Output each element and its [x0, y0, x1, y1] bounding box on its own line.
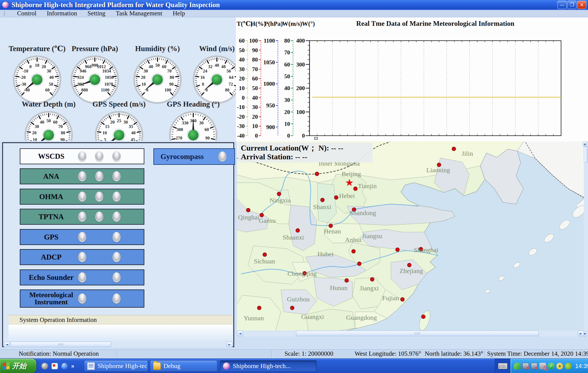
taskbar-button-app[interactable]: Shipborne High-tech... — [220, 360, 317, 372]
graphics-driver-icon[interactable] — [565, 363, 572, 369]
device-row-adcp[interactable]: ADCP — [20, 249, 144, 265]
language-bar[interactable] — [495, 359, 510, 373]
svg-text:-30: -30 — [20, 82, 26, 87]
city-dot-icon — [354, 187, 357, 191]
status-led-icon — [112, 171, 121, 182]
status-led-icon — [112, 252, 121, 262]
quick-launch-icon-2[interactable] — [51, 363, 58, 369]
svg-text:0: 0 — [29, 64, 32, 69]
upload-tray-icon[interactable] — [514, 363, 520, 369]
gauge-dial: -40-30-20-100102030405060 — [11, 54, 63, 106]
svg-text:330: 330 — [182, 121, 189, 125]
status-led-icon — [112, 232, 121, 242]
gauge-title: Wind (m/s) — [188, 44, 236, 54]
realtime-chart: 6050403020100-10-20-30-40T(℃)10090807060… — [236, 17, 588, 141]
svg-text:50: 50 — [284, 73, 290, 80]
device-label: Meteorological Instrument — [20, 291, 82, 306]
province-label: Shandong — [350, 209, 376, 216]
minimize-button[interactable]: — — [557, 1, 567, 9]
svg-text:0: 0 — [242, 94, 245, 101]
map-v-scrollbar[interactable]: ▲ ▼ — [584, 141, 588, 336]
svg-text:W(m/s): W(m/s) — [282, 20, 302, 27]
city-dot-icon — [296, 229, 300, 232]
menu-task-management[interactable]: Task Management — [116, 10, 162, 17]
menu-information[interactable]: Information — [47, 10, 77, 17]
quick-launch-icon-3[interactable] — [61, 363, 68, 369]
wireless-disconnected-icon[interactable]: × — [531, 363, 537, 369]
device-row-meteorological-instrument[interactable]: Meteorological Instrument — [20, 290, 144, 308]
map-panel[interactable]: ★ Inner MongoliaJilinLiaoningBeijingTian… — [237, 141, 588, 336]
svg-text:45: 45 — [131, 137, 135, 141]
status-led-icon — [95, 212, 103, 222]
device-row-wscds[interactable]: WSCDS — [20, 148, 144, 164]
svg-text:30: 30 — [284, 97, 290, 103]
map-h-scrollbar[interactable]: ◄ ► — [237, 330, 584, 336]
updater-icon[interactable]: + — [556, 363, 563, 369]
svg-text:950: 950 — [266, 102, 275, 109]
scrollbar-thumb[interactable] — [296, 331, 539, 336]
svg-text:40: 40 — [49, 75, 54, 80]
svg-text:20: 20 — [284, 109, 290, 115]
svg-text:30: 30 — [199, 121, 203, 125]
scrollbar-thumb[interactable] — [584, 147, 588, 163]
taskbar-button-document[interactable]: Shipborne High-tech... — [84, 360, 148, 372]
device-row-tptna[interactable]: TPTNA — [20, 209, 144, 225]
start-button[interactable]: 开始 — [0, 359, 36, 373]
pressure-gauge: Pressure (hPa)88090292494696899010121034… — [66, 44, 124, 107]
map-info-box: Current Location(W； N): -- -- Arrival St… — [238, 143, 373, 162]
device-label: ADCP — [20, 253, 82, 261]
city-dot-icon — [396, 248, 399, 252]
svg-text:100: 100 — [296, 109, 305, 115]
system-tray: × × ⃠ ✓ + 14:39 — [510, 359, 588, 373]
scroll-right-arrow[interactable]: ► — [227, 342, 233, 347]
scroll-right-arrow[interactable]: ► — [578, 331, 584, 336]
panel-h-scrollbar[interactable]: ◄ ► — [4, 341, 233, 347]
device-row-echo-sounder[interactable]: Echo Sounder — [20, 269, 144, 285]
restore-button[interactable]: ❐ — [567, 1, 576, 9]
device-row-gyrocompass[interactable]: Gyrocompass — [153, 148, 235, 165]
scroll-up-arrow[interactable]: ▲ — [583, 141, 587, 146]
quick-launch-overflow-chevron[interactable]: » — [71, 363, 74, 369]
svg-text:100: 100 — [165, 88, 171, 92]
close-button[interactable]: × — [577, 1, 586, 9]
title-bar[interactable]: Shipborne High-tech Integrated Platform … — [0, 0, 588, 10]
keyboard-icon — [498, 363, 507, 369]
province-label: Fujian — [382, 294, 399, 302]
device-status-panel: WSCDSANAOHMATPTNAGPSADCPEcho SounderMete… — [2, 142, 234, 347]
windows-logo-icon — [3, 362, 10, 370]
tray-clock[interactable]: 14:39 — [575, 363, 588, 370]
status-led-icon — [78, 294, 86, 304]
menu-control[interactable]: Control — [17, 10, 36, 17]
device-row-ana[interactable]: ANA — [20, 168, 144, 184]
device-row-gps[interactable]: GPS — [20, 229, 144, 245]
china-map-canvas[interactable]: ★ Inner MongoliaJilinLiaoningBeijingTian… — [237, 141, 584, 330]
device-label: ANA — [20, 172, 82, 180]
current-location-label: Current Location(W； N): -- -- — [241, 144, 370, 152]
gauge-title: GPS Speed (m/s) — [90, 100, 148, 109]
svg-text:100: 100 — [249, 37, 258, 44]
svg-text:64: 64 — [229, 75, 233, 80]
svg-text:1100: 1100 — [264, 37, 275, 44]
device-label: GPS — [20, 233, 82, 241]
svg-text:80: 80 — [225, 88, 230, 92]
scroll-left-arrow[interactable]: ◄ — [237, 331, 243, 336]
device-label: Echo Sounder — [20, 274, 82, 281]
svg-text:880: 880 — [81, 88, 88, 92]
device-row-ohma[interactable]: OHMA — [20, 189, 144, 205]
province-label: Hubei — [318, 250, 334, 258]
status-led-icon — [78, 232, 86, 242]
menu-setting[interactable]: Setting — [87, 10, 105, 17]
audio-muted-icon[interactable]: ⃠ — [539, 363, 546, 369]
scrollbar-thumb[interactable] — [10, 342, 111, 347]
quick-launch-icon-1[interactable] — [42, 363, 48, 369]
scroll-left-arrow[interactable]: ◄ — [4, 342, 10, 347]
gauge-title: Temperature (℃) — [8, 44, 66, 54]
svg-text:W(°): W(°) — [302, 20, 315, 27]
city-dot-icon — [407, 263, 411, 267]
antivirus-shield-icon[interactable]: ✓ — [548, 363, 554, 369]
taskbar-button-debug[interactable]: Debug — [150, 360, 217, 372]
network-disconnected-icon[interactable]: × — [522, 363, 529, 369]
province-label: Tianjin — [358, 182, 377, 190]
system-operation-info-list[interactable] — [9, 324, 233, 341]
menu-help[interactable]: Help — [173, 10, 185, 17]
